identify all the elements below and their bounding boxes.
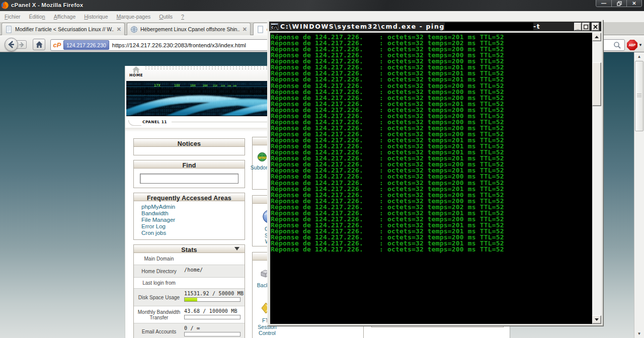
- svg-text:22X: 22X: [221, 84, 225, 87]
- url-text: https://124.217.226.230:2083/frontend/x3…: [112, 42, 246, 48]
- stats-value: 11531.92 / 50000 MB: [184, 289, 245, 306]
- menu-affichage[interactable]: Affichage: [54, 14, 76, 20]
- stats-label: Home Directory: [134, 265, 184, 277]
- scroll-down-button[interactable]: ▼: [634, 329, 644, 338]
- frequently-accessed-box: Frequently Accessed Areas phpMyAdminBand…: [133, 193, 245, 240]
- scroll-up-button[interactable]: ▲: [634, 52, 644, 61]
- cpanel-brand-label: CPANEL 11: [142, 120, 167, 124]
- ping-output-text: Réponse de 124.217.226. : octets=32 temp…: [271, 34, 504, 252]
- stats-value: 0 / ∞: [184, 323, 245, 338]
- cmd-title-suffix: -t: [533, 23, 540, 30]
- cmd-scroll-up-button[interactable]: [592, 33, 601, 41]
- brand-decorative-curve: [128, 120, 141, 126]
- cpanel-favicon: cP: [52, 41, 62, 49]
- window-title: cPanel X - Mozilla Firefox: [11, 2, 83, 8]
- tab-modifier-article[interactable]: Modifier l’article < Sécurisation Linux …: [2, 23, 125, 35]
- notices-title: Notices: [178, 140, 201, 147]
- menu-?[interactable]: ?: [181, 14, 184, 20]
- cmd-window: C:\_ C:\WINDOWS\system32\cmd.exe - ping …: [267, 20, 603, 326]
- window-controls: — ✕: [596, 0, 642, 7]
- forward-button[interactable]: [17, 40, 27, 49]
- search-icon[interactable]: [613, 41, 621, 49]
- stats-value-text: 43.68 / 100000 MB: [184, 308, 245, 314]
- frequently-accessed-links: phpMyAdminBandwidthFile ManagerError Log…: [134, 201, 245, 236]
- stats-title: Stats: [181, 246, 197, 254]
- cpanel-home-icon[interactable]: [132, 66, 140, 73]
- stats-progress-bar: [184, 315, 240, 319]
- find-box: Find: [133, 160, 245, 188]
- cmd-icon-text: C:\_: [272, 26, 279, 30]
- cmd-close-button[interactable]: [592, 23, 599, 31]
- stats-label: Last login from: [134, 278, 184, 288]
- cmd-scrollbar-thumb[interactable]: [592, 62, 601, 106]
- cmd-window-controls: _: [574, 23, 599, 31]
- firefox-titlebar: cPanel X - Mozilla Firefox — ✕: [0, 0, 644, 11]
- stats-value: [184, 278, 245, 288]
- cmd-titlebar[interactable]: C:\_ C:\WINDOWS\system32\cmd.exe - ping …: [269, 22, 601, 31]
- notices-box: Notices: [133, 138, 245, 155]
- menu-fichier[interactable]: Fichier: [5, 14, 21, 20]
- stats-label: Monthly Bandwidth Transfer: [134, 306, 184, 323]
- abp-dropdown-arrow[interactable]: ▼: [638, 43, 642, 47]
- svg-text:19X: 19X: [190, 83, 196, 87]
- stats-row: Main Domain: [134, 253, 245, 265]
- restore-button[interactable]: [611, 0, 626, 7]
- scrollbar-grip: [637, 94, 641, 97]
- tab-label: Hébergement Linux Cpanel offshore Shin..…: [140, 26, 239, 32]
- cmd-title-redaction: [445, 23, 533, 30]
- adblock-plus-button[interactable]: ABP ▼: [627, 40, 642, 50]
- back-button[interactable]: [5, 38, 18, 51]
- stats-row: Monthly Bandwidth Transfer43.68 / 100000…: [134, 306, 245, 323]
- back-arrow-icon: [7, 40, 16, 49]
- svg-text:24X: 24X: [233, 84, 237, 87]
- svg-text:21X: 21X: [213, 84, 217, 87]
- cpanel-home-label[interactable]: HOME: [129, 73, 143, 77]
- svg-text:17X: 17X: [154, 83, 160, 88]
- stats-collapse-caret[interactable]: [234, 247, 239, 250]
- find-title: Find: [182, 162, 196, 169]
- cmd-scroll-down-button[interactable]: [592, 315, 601, 324]
- restore-icon: [617, 1, 622, 6]
- up-arrow-icon: [595, 36, 599, 38]
- cmd-minimize-button[interactable]: _: [574, 23, 582, 31]
- link-cron-jobs[interactable]: Cron jobs: [141, 230, 245, 236]
- link-error-log[interactable]: Error Log: [141, 223, 245, 230]
- menu-historique[interactable]: Historique: [84, 14, 108, 20]
- site-identity-button[interactable]: 124.217.226.230: [63, 40, 109, 50]
- stats-value-text: 0 / ∞: [184, 325, 245, 331]
- firefox-icon: [1, 2, 9, 9]
- menu-outils[interactable]: Outils: [159, 14, 173, 20]
- stats-progress-fill: [185, 298, 197, 301]
- close-button[interactable]: ✕: [626, 0, 641, 7]
- subdomains-icon[interactable]: WWW: [258, 152, 267, 162]
- minimize-button[interactable]: —: [596, 0, 611, 7]
- stats-value: /home/: [184, 265, 245, 277]
- tab-close-icon[interactable]: ✕: [243, 26, 247, 33]
- tab-hebergement[interactable]: Hébergement Linux Cpanel offshore Shin..…: [127, 23, 251, 35]
- stats-box: Stats Main DomainHome Directory/home/Las…: [133, 244, 245, 338]
- link-phpmyadmin[interactable]: phpMyAdmin: [141, 204, 245, 210]
- down-arrow-icon: [595, 318, 599, 321]
- stats-label: Email Accounts: [134, 323, 184, 338]
- stats-table: Main DomainHome Directory/home/Last logi…: [134, 253, 245, 338]
- link-file-manager[interactable]: File Manager: [141, 217, 245, 223]
- home-icon: [35, 41, 43, 48]
- maximize-icon: [584, 25, 588, 29]
- stats-progress-bar: [184, 332, 240, 336]
- faa-title: Frequently Accessed Areas: [147, 195, 231, 202]
- stats-row: Home Directory/home/: [134, 265, 245, 278]
- stats-label: Main Domain: [134, 253, 184, 265]
- svg-text:20X: 20X: [203, 84, 208, 87]
- menu-marque-pages[interactable]: Marque-pages: [117, 14, 151, 20]
- page-icon: [257, 26, 264, 33]
- forward-arrow-icon: [19, 42, 25, 48]
- home-button[interactable]: [33, 39, 45, 50]
- cmd-maximize-button[interactable]: [582, 23, 590, 31]
- find-input[interactable]: [140, 174, 238, 184]
- link-bandwidth[interactable]: Bandwidth: [141, 210, 245, 217]
- cmd-scrollbar-track[interactable]: [592, 33, 601, 324]
- tab-close-icon[interactable]: ✕: [117, 26, 121, 33]
- stats-value: [184, 253, 245, 265]
- menu-édition[interactable]: Édition: [29, 14, 45, 20]
- stats-row: Disk Space Usage11531.92 / 50000 MB: [134, 289, 245, 306]
